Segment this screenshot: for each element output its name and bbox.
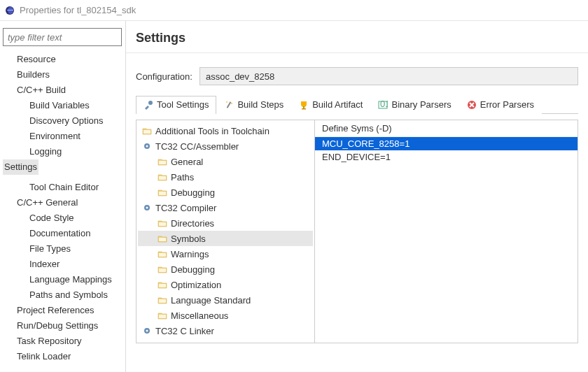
sidebar-item-build-variables[interactable]: Build Variables — [3, 98, 122, 113]
tab-tool-settings[interactable]: Tool Settings — [136, 96, 216, 114]
tab-label: Tool Settings — [157, 99, 209, 110]
define-entry[interactable]: MCU_CORE_8258=1 — [315, 137, 578, 150]
folder-icon — [158, 295, 167, 305]
tool-node-label: Paths — [171, 172, 194, 183]
sidebar-item-c-c-general[interactable]: C/C++ General — [3, 195, 122, 210]
tool-settings-body: Additional Tools in ToolchainTC32 CC/Ass… — [136, 120, 578, 343]
svg-rect-25 — [159, 299, 166, 303]
sidebar-item-code-style[interactable]: Code Style — [3, 210, 122, 226]
tab-error-parsers[interactable]: Error Parsers — [459, 96, 542, 114]
sidebar-item-indexer[interactable]: Indexer — [3, 257, 122, 272]
folder-icon — [158, 157, 167, 166]
tab-build-steps[interactable]: Build Steps — [216, 96, 291, 114]
eclipse-icon — [4, 5, 15, 16]
error-icon — [467, 100, 477, 110]
svg-point-6 — [231, 103, 232, 104]
tool-node-tc32-cc-assembler[interactable]: TC32 CC/Assembler — [138, 138, 313, 154]
tool-tree[interactable]: Additional Tools in ToolchainTC32 CC/Ass… — [136, 120, 315, 343]
tool-node-paths[interactable]: Paths — [138, 169, 313, 185]
svg-point-5 — [226, 101, 227, 103]
define-syms-header: Define Syms (-D) — [315, 120, 578, 137]
tool-node-label: Language Standard — [171, 295, 251, 306]
tab-label: Build Steps — [237, 99, 284, 110]
folder-icon — [158, 218, 167, 228]
configuration-label: Configuration: — [136, 71, 192, 82]
sidebar-item-run-debug-settings[interactable]: Run/Debug Settings — [3, 318, 122, 334]
folder-icon — [158, 280, 167, 289]
sidebar-item-tool-chain-editor[interactable]: Tool Chain Editor — [3, 180, 122, 195]
tool-node-directories[interactable]: Directories — [138, 215, 313, 231]
main-area: ResourceBuildersC/C++ BuildBuild Variabl… — [0, 21, 588, 372]
tab-label: Build Artifact — [312, 99, 363, 110]
sidebar-item-task-repository[interactable]: Task Repository — [3, 334, 122, 349]
folder-icon — [158, 249, 167, 259]
sidebar-item-documentation[interactable]: Documentation — [3, 226, 122, 241]
tool-node-optimization[interactable]: Optimization — [138, 277, 313, 292]
gear-icon — [142, 141, 152, 151]
tools-icon — [144, 100, 153, 110]
window-title: Properties for tl_802154_sdk — [20, 5, 136, 15]
svg-rect-22 — [159, 253, 166, 257]
configuration-dropdown[interactable]: assoc_dev_8258 — [200, 67, 578, 85]
tab-label: Binary Parsers — [391, 99, 451, 110]
tool-node-tc32-compiler[interactable]: TC32 Compiler — [138, 200, 313, 215]
tool-node-debugging[interactable]: Debugging — [138, 262, 313, 277]
sidebar-item-logging[interactable]: Logging — [3, 144, 122, 159]
configuration-value: assoc_dev_8258 — [206, 71, 274, 82]
sidebar-item-file-types[interactable]: File Types — [3, 241, 122, 257]
tool-node-label: Additional Tools in Toolchain — [155, 126, 270, 136]
tool-node-label: Warnings — [171, 249, 209, 259]
svg-rect-15 — [159, 161, 166, 164]
tab-binary-parsers[interactable]: 01Binary Parsers — [370, 96, 458, 114]
tool-node-miscellaneous[interactable]: Miscellaneous — [138, 308, 313, 323]
tool-node-general[interactable]: General — [138, 154, 313, 169]
tool-node-label: General — [171, 157, 203, 167]
folder-icon — [158, 172, 167, 182]
sidebar-item-resource[interactable]: Resource — [3, 52, 122, 67]
svg-rect-24 — [159, 284, 166, 287]
tool-node-label: Miscellaneous — [171, 310, 228, 321]
tool-node-tc32-c-linker[interactable]: TC32 C Linker — [138, 323, 313, 338]
svg-rect-26 — [159, 315, 166, 318]
folder-icon — [142, 126, 152, 136]
sidebar-item-telink-loader[interactable]: Telink Loader — [3, 349, 122, 364]
tool-node-label: Symbols — [171, 234, 206, 244]
configuration-row: Configuration: assoc_dev_8258 — [136, 67, 578, 85]
sidebar-item-environment[interactable]: Environment — [3, 129, 122, 144]
tool-node-label: TC32 CC/Assembler — [155, 141, 239, 152]
page-title: Settings — [126, 21, 588, 53]
svg-rect-20 — [159, 222, 166, 226]
svg-rect-12 — [144, 130, 150, 134]
define-syms-panel: Define Syms (-D) MCU_CORE_8258=1END_DEVI… — [315, 120, 578, 343]
sidebar-item-project-references[interactable]: Project References — [3, 303, 122, 318]
svg-rect-23 — [159, 269, 166, 272]
sidebar: ResourceBuildersC/C++ BuildBuild Variabl… — [0, 21, 126, 372]
tab-label: Error Parsers — [480, 99, 534, 110]
tool-node-language-standard[interactable]: Language Standard — [138, 292, 313, 308]
sidebar-item-language-mappings[interactable]: Language Mappings — [3, 272, 122, 287]
tabs: Tool SettingsBuild StepsBuild Artifact01… — [136, 95, 578, 114]
folder-icon — [158, 187, 167, 197]
define-syms-list[interactable]: MCU_CORE_8258=1END_DEVICE=1 — [315, 137, 578, 164]
folder-icon — [158, 264, 167, 274]
tool-node-debugging[interactable]: Debugging — [138, 185, 313, 200]
tool-node-additional-tools-in-toolchain[interactable]: Additional Tools in Toolchain — [138, 123, 313, 138]
tool-node-warnings[interactable]: Warnings — [138, 246, 313, 262]
tab-build-artifact[interactable]: Build Artifact — [291, 96, 370, 114]
filter-input[interactable] — [3, 28, 122, 46]
define-entry[interactable]: END_DEVICE=1 — [315, 150, 578, 164]
sidebar-item-builders[interactable]: Builders — [3, 67, 122, 83]
wand-icon — [224, 100, 234, 110]
svg-rect-17 — [159, 192, 166, 195]
sidebar-item-c-c-build[interactable]: C/C++ Build — [3, 83, 122, 98]
tool-node-label: Optimization — [171, 280, 221, 290]
svg-rect-16 — [159, 176, 166, 180]
content-pane: Settings Configuration: assoc_dev_8258 T… — [126, 21, 588, 372]
svg-point-3 — [148, 101, 153, 105]
sidebar-item-discovery-options[interactable]: Discovery Options — [3, 113, 122, 129]
sidebar-item-settings[interactable]: Settings — [3, 159, 38, 175]
tool-node-label: TC32 C Linker — [155, 326, 214, 336]
category-tree[interactable]: ResourceBuildersC/C++ BuildBuild Variabl… — [3, 52, 122, 364]
sidebar-item-paths-and-symbols[interactable]: Paths and Symbols — [3, 287, 122, 303]
tool-node-symbols[interactable]: Symbols — [138, 231, 313, 246]
